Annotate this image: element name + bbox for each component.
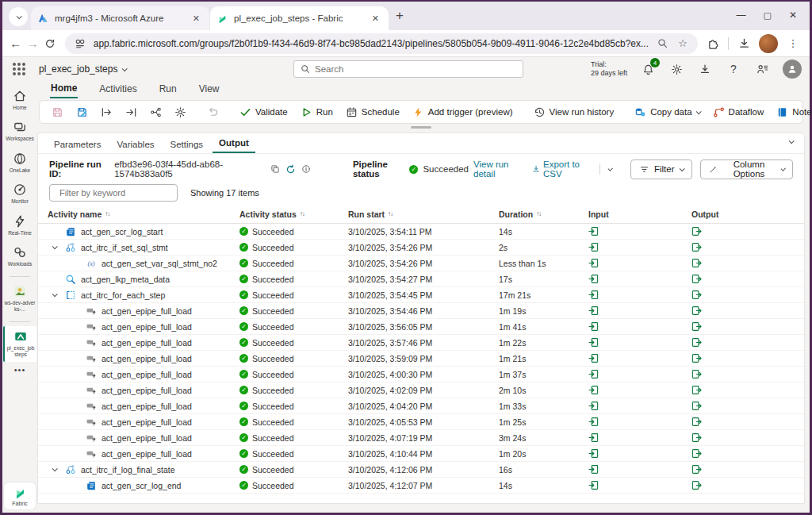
input-icon[interactable] (588, 480, 599, 490)
column-options-button[interactable]: Column Options (700, 159, 793, 179)
sidebar-item-real-time[interactable]: Real-Time (3, 211, 36, 240)
tab-close-icon[interactable]: ✕ (190, 13, 203, 25)
panel-tab-variables[interactable]: Variables (110, 137, 160, 153)
table-row[interactable]: act_gen_epipe_full_load✓Succeeded3/10/20… (38, 319, 804, 335)
run-button[interactable]: Run (295, 103, 339, 121)
activity-name[interactable]: act_gen_epipe_full_load (102, 386, 192, 395)
tab-close-icon[interactable]: ✕ (369, 13, 382, 25)
view-run-detail-link[interactable]: View run detail (473, 159, 524, 179)
table-row[interactable]: act_gen_scr_log_start✓Succeeded3/10/2025… (38, 224, 804, 240)
table-row[interactable]: act_gen_epipe_full_load✓Succeeded3/10/20… (38, 446, 804, 462)
table-row[interactable]: act_gen_lkp_meta_data✓Succeeded3/10/2025… (38, 271, 804, 287)
input-icon[interactable] (588, 274, 599, 284)
browser-tab[interactable]: pl_exec_job_steps - Fabric✕ (210, 6, 389, 30)
column-header-run-start[interactable]: Run start↑↓ (348, 209, 499, 219)
back-button[interactable]: ← (9, 33, 23, 54)
input-icon[interactable] (588, 464, 599, 475)
table-row[interactable]: act_gen_epipe_full_load✓Succeeded3/10/20… (38, 398, 804, 414)
step-in-button[interactable] (95, 103, 118, 121)
input-icon[interactable] (588, 369, 599, 379)
table-row[interactable]: act_gen_epipe_full_load✓Succeeded3/10/20… (38, 351, 804, 367)
table-row[interactable]: (x)act_gen_set_var_sql_stmt_no2✓Succeede… (38, 256, 804, 271)
sidebar-item-workspaces[interactable]: Workspaces (3, 117, 36, 146)
document-title[interactable]: pl_exec_job_steps (39, 63, 126, 75)
output-icon[interactable] (691, 242, 702, 252)
activity-name[interactable]: act_gen_set_var_sql_stmt_no2 (102, 259, 217, 268)
column-header-activity-name[interactable]: Activity name↑↓ (48, 209, 239, 219)
table-row[interactable]: act_gen_epipe_full_load✓Succeeded3/10/20… (38, 414, 804, 430)
activity-name[interactable]: act_gen_epipe_full_load (102, 306, 192, 316)
output-icon[interactable] (691, 337, 702, 348)
info-icon[interactable] (301, 163, 312, 175)
global-search[interactable] (293, 60, 523, 78)
window-maximize-button[interactable]: ▢ (764, 10, 772, 21)
table-row[interactable]: act_gen_epipe_full_load✓Succeeded3/10/20… (38, 430, 804, 446)
sidebar-item-workloads[interactable]: Workloads (3, 242, 36, 271)
notifications-bell-icon[interactable]: 4 (640, 61, 656, 77)
panel-resize-handle[interactable] (411, 126, 431, 129)
table-row[interactable]: act_gen_scr_log_end✓Succeeded3/10/2025, … (38, 478, 804, 494)
table-row[interactable]: act_itrc_if_log_final_state✓Succeeded3/1… (38, 462, 804, 478)
output-icon[interactable] (691, 226, 702, 236)
input-icon[interactable] (588, 337, 599, 348)
split-button[interactable] (144, 103, 167, 121)
output-icon[interactable] (691, 401, 702, 411)
forward-button[interactable]: → (26, 33, 40, 54)
activity-name[interactable]: act_gen_lkp_meta_data (81, 275, 170, 284)
activity-name[interactable]: act_itrc_if_log_final_state (81, 465, 175, 475)
keyword-filter-input[interactable] (59, 188, 172, 198)
user-avatar[interactable] (783, 60, 802, 79)
filter-button[interactable]: Filter (630, 159, 692, 179)
activity-name[interactable]: act_gen_epipe_full_load (102, 370, 192, 379)
window-minimize-button[interactable]: — (737, 10, 746, 21)
sidebar-item-pl-exec-job-steps[interactable]: pl_exec_job steps (3, 326, 36, 363)
bookmark-star-icon[interactable]: ☆ (676, 37, 690, 51)
reload-button[interactable] (43, 33, 57, 54)
input-icon[interactable] (588, 353, 599, 363)
undo-button[interactable] (201, 103, 224, 121)
column-header-output[interactable]: Output (691, 209, 804, 219)
panel-tab-output[interactable]: Output (213, 136, 255, 153)
feedback-icon[interactable] (754, 61, 770, 77)
activity-name[interactable]: act_gen_scr_log_start (81, 227, 163, 236)
output-icon[interactable] (691, 448, 702, 459)
fabric-home-button[interactable]: Fabric (4, 482, 36, 509)
export-chevron-icon[interactable] (608, 166, 614, 171)
browser-profile-avatar[interactable] (759, 34, 778, 53)
output-icon[interactable] (691, 321, 702, 332)
download-app-icon[interactable] (697, 61, 713, 77)
output-icon[interactable] (691, 417, 702, 427)
browser-tab[interactable]: mrg4jfm3 - Microsoft Azure✕ (31, 6, 209, 30)
menu-tab-home[interactable]: Home (50, 81, 78, 98)
output-icon[interactable] (691, 464, 702, 475)
input-icon[interactable] (588, 242, 599, 252)
panel-collapse-chevron-icon[interactable] (789, 138, 795, 144)
panel-tab-parameters[interactable]: Parameters (48, 137, 107, 153)
activity-name[interactable]: act_gen_scr_log_end (102, 481, 181, 490)
output-icon[interactable] (691, 274, 702, 284)
notebook-button[interactable]: Notebook (771, 103, 812, 121)
extensions-icon[interactable] (706, 37, 720, 51)
output-icon[interactable] (691, 290, 702, 300)
browser-menu-kebab-icon[interactable]: ⋮ (786, 37, 800, 51)
zoom-icon[interactable] (655, 37, 669, 51)
row-expand-toggle[interactable] (48, 467, 60, 471)
activity-name[interactable]: act_gen_epipe_full_load (102, 449, 192, 459)
gear-button[interactable] (169, 103, 192, 121)
activity-name[interactable]: act_gen_epipe_full_load (102, 433, 192, 443)
menu-tab-activities[interactable]: Activities (98, 82, 137, 98)
table-row[interactable]: act_gen_epipe_full_load✓Succeeded3/10/20… (38, 303, 804, 319)
site-info-icon[interactable] (73, 37, 87, 51)
input-icon[interactable] (588, 401, 599, 411)
validate-button[interactable]: Validate (234, 103, 293, 121)
output-icon[interactable] (691, 306, 702, 316)
column-header-duration[interactable]: Duration↑↓ (499, 209, 588, 219)
input-icon[interactable] (588, 226, 599, 236)
input-icon[interactable] (588, 306, 599, 316)
input-icon[interactable] (588, 385, 599, 395)
activity-name[interactable]: act_itrc_for_each_step (81, 290, 165, 300)
step-out-button[interactable] (120, 103, 143, 121)
output-icon[interactable] (691, 385, 702, 395)
sidebar-item-home[interactable]: Home (3, 86, 36, 115)
output-icon[interactable] (691, 432, 702, 443)
